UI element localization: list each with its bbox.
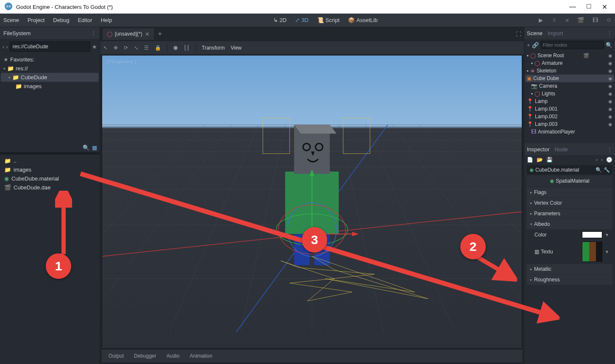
- move-tool-icon[interactable]: ✥: [114, 45, 118, 51]
- file-material[interactable]: ◉CubeDube.material: [3, 174, 97, 183]
- tab-unsaved[interactable]: ◯ [unsaved](*) ✕: [103, 28, 154, 40]
- menu-debug[interactable]: Debug: [53, 17, 69, 23]
- link-node-icon[interactable]: 🔗: [532, 42, 539, 48]
- minimize-button[interactable]: —: [569, 3, 576, 11]
- list-tool-icon[interactable]: ☰: [144, 45, 149, 51]
- add-tab-button[interactable]: +: [154, 30, 166, 38]
- resource-search-icon[interactable]: 🔍: [596, 167, 602, 173]
- path-input[interactable]: [10, 42, 90, 52]
- cube-tool-icon[interactable]: ⬣: [173, 45, 178, 51]
- cat-params[interactable]: ▸Parameters: [527, 208, 612, 219]
- file-images-folder[interactable]: 📁images: [3, 165, 97, 174]
- folder-cubedude[interactable]: ▾📁CubeDude: [1, 73, 99, 82]
- visibility-toggle-icon[interactable]: ◉: [608, 68, 612, 74]
- bottom-tab-audio[interactable]: Audio: [167, 353, 180, 359]
- node-animation-player[interactable]: 🎞AnimationPlayer: [525, 128, 614, 136]
- pause-button[interactable]: ⏸: [551, 17, 557, 23]
- snap-tool-icon[interactable]: ┇┇: [184, 45, 189, 51]
- cat-vertex[interactable]: ▸Vertex Color: [527, 198, 612, 208]
- inspector-menu-icon[interactable]: ⋮: [607, 146, 612, 153]
- filter-search-icon[interactable]: 🔍: [606, 42, 612, 48]
- node-cube-dube[interactable]: ▣Cube Dube◉: [525, 75, 614, 82]
- node-lamp002[interactable]: 📍Lamp.002◉: [525, 113, 614, 120]
- node-armature[interactable]: ▾◯Armature◉: [525, 59, 614, 67]
- scale-tool-icon[interactable]: ⤡: [134, 45, 138, 51]
- node-scene-root[interactable]: ▾◯Scene Root🎬◉: [525, 52, 614, 59]
- tab-scene[interactable]: Scene: [527, 30, 543, 36]
- cat-albedo[interactable]: ▾Albedo: [527, 219, 612, 229]
- menu-help[interactable]: Help: [101, 17, 112, 23]
- visibility-toggle-icon[interactable]: ◉: [608, 83, 612, 89]
- node-lamp003[interactable]: 📍Lamp.003◉: [525, 120, 614, 128]
- visibility-toggle-icon[interactable]: ◉: [608, 106, 612, 112]
- viewport-3d[interactable]: [ Perspective ]: [102, 55, 522, 349]
- tab-node[interactable]: Node: [554, 146, 568, 153]
- bottom-tab-debugger[interactable]: Debugger: [134, 353, 156, 359]
- prop-color[interactable]: Color▾: [527, 230, 612, 240]
- color-swatch[interactable]: [582, 231, 602, 238]
- cat-flags[interactable]: ▸Flags: [527, 187, 612, 197]
- node-skeleton[interactable]: ▾☠Skeleton◉: [525, 67, 614, 75]
- tab-inspector[interactable]: Inspector: [527, 146, 549, 153]
- workspace-3d[interactable]: ⤢ 3D: [295, 17, 309, 23]
- search-icon[interactable]: 🔍: [83, 144, 89, 151]
- distraction-free-icon[interactable]: ⛶: [516, 31, 521, 37]
- save-resource-icon[interactable]: 💾: [546, 157, 553, 163]
- res-root-row[interactable]: ▾📁res://: [1, 64, 99, 73]
- menu-editor[interactable]: Editor: [78, 17, 92, 23]
- tab-import[interactable]: Import: [548, 30, 563, 36]
- view-menu[interactable]: View: [231, 45, 242, 51]
- visibility-toggle-icon[interactable]: ◉: [608, 122, 612, 127]
- stop-button[interactable]: ■: [565, 17, 569, 23]
- favorites-row[interactable]: ★Favorites:: [1, 55, 99, 64]
- cat-metallic[interactable]: ▸Metallic: [527, 264, 612, 274]
- node-camera[interactable]: 📷Camera◉: [525, 82, 614, 90]
- add-node-button[interactable]: +: [527, 42, 530, 48]
- resource-name-row[interactable]: ◉ CubeDube.material 🔍 🔧: [527, 165, 612, 175]
- node-lights[interactable]: ▾◯Lights◉: [525, 90, 614, 97]
- play-scene-button[interactable]: 🎬: [577, 17, 584, 23]
- node-lamp[interactable]: 📍Lamp◉: [525, 97, 614, 105]
- visibility-toggle-icon[interactable]: ◉: [608, 99, 612, 104]
- transform-menu[interactable]: Transform: [202, 45, 225, 51]
- history-back-icon[interactable]: ‹: [596, 157, 598, 163]
- select-tool-icon[interactable]: ↖: [103, 45, 108, 51]
- lock-tool-icon[interactable]: 🔒: [155, 45, 161, 51]
- favorite-toggle-icon[interactable]: ★: [92, 44, 97, 50]
- tab-close-icon[interactable]: ✕: [145, 31, 150, 37]
- workspace-script[interactable]: 📜 Script: [317, 17, 340, 23]
- history-icon[interactable]: 🕘: [606, 157, 612, 163]
- visibility-toggle-icon[interactable]: ◉: [608, 76, 612, 81]
- file-up[interactable]: 📁..: [3, 156, 97, 165]
- visibility-toggle-icon[interactable]: ◉: [608, 114, 612, 119]
- rotate-tool-icon[interactable]: ⟳: [124, 45, 128, 51]
- menu-project[interactable]: Project: [28, 17, 45, 23]
- prop-texture[interactable]: ▥Textu▾: [527, 240, 612, 264]
- visibility-toggle-icon[interactable]: ◉: [608, 91, 612, 97]
- render-settings-icon[interactable]: ⚙: [607, 17, 612, 23]
- filesystem-menu-icon[interactable]: ⋮: [91, 30, 96, 36]
- bottom-tab-output[interactable]: Output: [109, 353, 124, 359]
- material-type-header[interactable]: ◉SpatialMaterial: [527, 175, 612, 186]
- new-resource-icon[interactable]: 📄: [527, 157, 533, 163]
- resource-tools-icon[interactable]: 🔧: [604, 167, 610, 173]
- open-resource-icon[interactable]: 📂: [537, 157, 543, 163]
- filter-nodes-input[interactable]: [540, 41, 604, 49]
- workspace-assetlib[interactable]: 📦 AssetLib: [348, 17, 378, 23]
- file-dae[interactable]: 🎬CubeDude.dae: [3, 183, 97, 192]
- menu-scene[interactable]: Scene: [3, 17, 19, 23]
- nav-back-button[interactable]: ‹: [3, 44, 4, 50]
- folder-images[interactable]: 📁images: [1, 82, 99, 91]
- maximize-button[interactable]: ☐: [586, 3, 592, 11]
- grid-view-icon[interactable]: ▦: [92, 144, 97, 151]
- scene-menu-icon[interactable]: ⋮: [607, 30, 612, 36]
- visibility-toggle-icon[interactable]: ◉: [608, 53, 612, 58]
- texture-thumbnail[interactable]: [582, 242, 602, 262]
- cat-roughness[interactable]: ▸Roughness: [527, 275, 612, 285]
- history-fwd-icon[interactable]: ›: [601, 157, 603, 163]
- play-button[interactable]: ▶: [539, 17, 543, 23]
- nav-forward-button[interactable]: ›: [6, 44, 8, 50]
- node-lamp001[interactable]: 📍Lamp.001◉: [525, 105, 614, 113]
- workspace-2d[interactable]: ↳ 2D: [273, 17, 287, 23]
- close-button[interactable]: ✕: [602, 3, 607, 11]
